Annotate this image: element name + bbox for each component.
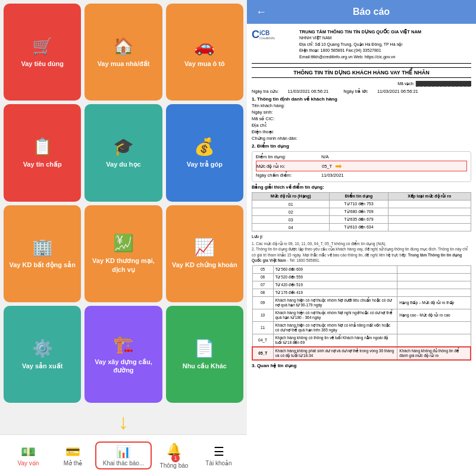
table-row: 09 Khách hàng hiện có nợ thuộc nhóm Nợ d… — [252, 296, 471, 309]
table-row: 01 Từ 710 đến 753 — [252, 201, 471, 208]
nhu-cau-khac-item[interactable]: 📄 Nhu cầu Khác — [166, 306, 243, 403]
org-sub: NHNH VIỆT NAM — [299, 35, 421, 42]
table-row: 07 Từ 420 đến 519 — [252, 281, 471, 289]
vay-mua-oto-label: Vay mua ô tô — [184, 60, 225, 68]
dia-chi-row: Địa chỉ: — [252, 123, 471, 128]
table-row: 08 Từ 176 đến 419 — [252, 289, 471, 296]
vay-san-xuat-label: Vay sản xuất — [22, 362, 62, 370]
vay-kd-thuong-mai-item[interactable]: 💹 Vay KD thương mại, dịch vụ — [84, 205, 162, 302]
nav-mo-the[interactable]: 💳 Mở thẻ — [51, 441, 95, 469]
ngay-sinh-row: Ngày sinh: — [252, 109, 471, 115]
construction-icon: 🏗️ — [113, 334, 134, 354]
xep-loai-02 — [388, 208, 471, 216]
vay-du-hoc-item[interactable]: 🎓 Vay du học — [84, 104, 162, 201]
muc-do-rui-ro-value: 05_T — [322, 164, 332, 169]
table-row: 06 Từ 520 đến 559 — [252, 273, 471, 281]
house-icon: 🏠 — [113, 36, 134, 56]
query-date-value: 11/03/2021 06:56:21 — [287, 89, 328, 94]
return-date-value: 11/03/2021 06:56:21 — [377, 89, 418, 94]
ngay-sinh-value — [323, 109, 471, 115]
org-header: C iCB CreditInfo TRUNG TÂM THÔNG TIN TÍN… — [252, 29, 471, 64]
bottom-nav: 💵 Vay vốn 💳 Mở thẻ 📊 Khai thác báo... 🔔 … — [0, 434, 247, 476]
car-icon: 🚗 — [194, 36, 215, 56]
vay-kd-bat-dong-san-item[interactable]: 🏢 Vay KD bất động sản — [4, 205, 81, 302]
diem-td-value: N/A — [321, 154, 329, 159]
credit-table: Mức độ rủi ro (Hạng) Điểm tín dụng Xếp l… — [252, 192, 471, 231]
vay-mua-oto-item[interactable]: 🚗 Vay mua ô tô — [166, 4, 243, 101]
table-row: 02 Từ 680 đến 709 — [252, 208, 471, 216]
nav-vay-von-label: Vay vốn — [18, 460, 39, 466]
col-hang: Mức độ rủi ro (Hạng) — [252, 193, 330, 201]
cart-icon: 🛒 — [32, 36, 53, 56]
hang-04: 04 — [252, 224, 330, 231]
vay-kd-chung-khoan-label: Vay KD chứng khoán — [172, 261, 237, 269]
query-date-label: Ngày tra cứu: — [252, 89, 278, 94]
chung-minh-row: Chứng minh nhân dân: — [252, 136, 471, 141]
hang-01: 01 — [252, 201, 330, 208]
diem-td-label: Điểm tín dụng: — [256, 154, 321, 159]
nav-thong-bao[interactable]: 🔔 1 Thông báo — [152, 439, 196, 472]
return-date-label: Ngày trả lời: — [343, 89, 368, 94]
dien-thoai-row: Điện thoại: — [252, 129, 471, 134]
nav-tai-khoan-label: Tài khoản — [205, 460, 231, 466]
diem-02: Từ 680 đến 709 — [330, 208, 388, 216]
ngay-cham-diem-value: 11/03/2021 — [321, 173, 344, 178]
vay-kd-chung-khoan-item[interactable]: 📈 Vay KD chứng khoán — [166, 205, 243, 302]
vay-xay-dung-item[interactable]: 🏗️ Vay xây dựng cầu, đường — [84, 306, 162, 403]
vay-tieu-dung-item[interactable]: 🛒 Vay tiêu dùng — [4, 4, 81, 101]
muc-do-rui-ro-row: Mức độ rủi ro: 05_T ➡ — [256, 161, 467, 171]
section3-title: 3. Quan hệ tín dụng — [252, 363, 471, 368]
dien-thoai-label: Điện thoại: — [252, 129, 323, 134]
vay-tin-chap-item[interactable]: 📋 Vay tín chấp — [4, 104, 81, 201]
right-panel: ← Báo cáo C iCB CreditInfo TRUNG TÂM THÔ… — [247, 0, 476, 476]
credit-table-extended: 05 Từ 560 đến 609 06 Từ 520 đến 559 07 T… — [252, 265, 471, 361]
vay-du-hoc-label: Vay du học — [106, 160, 140, 168]
xep-loai-04 — [388, 224, 471, 231]
luu-y-title: Lưu ý: — [252, 234, 471, 239]
vay-von-icon: 💵 — [21, 444, 36, 459]
nav-khai-thac-label: Khai thác báo... — [103, 460, 145, 466]
diem-04: Từ 610 đến 634 — [330, 224, 388, 231]
left-panel: 🛒 Vay tiêu dùng 🏠 Vay mua nhà/đất 🚗 Vay … — [0, 0, 247, 476]
luu-y-bold: Lưu ý: — [252, 234, 264, 239]
document-icon: 📄 — [194, 339, 215, 358]
thong-bao-badge: 1 — [171, 454, 180, 462]
muc-do-rui-ro-label: Mức độ rủi ro: — [256, 164, 322, 169]
report-main-title: THÔNG TIN TÍN DỤNG KHÁCH HÀNG VAY THỂ NH… — [252, 67, 471, 78]
table-row: 03 Từ 635 đến 679 — [252, 216, 471, 224]
table-row: 04 Từ 610 đến 634 — [252, 224, 471, 231]
vay-mua-nha-item[interactable]: 🏠 Vay mua nhà/đất — [84, 4, 162, 101]
vay-kd-bat-dong-san-label: Vay KD bất động sản — [9, 261, 75, 269]
vay-mua-nha-label: Vay mua nhà/đất — [98, 60, 150, 68]
loan-grid: 🛒 Vay tiêu dùng 🏠 Vay mua nhà/đất 🚗 Vay … — [0, 0, 247, 406]
barcode-label: Mã vạch: — [397, 82, 415, 86]
diem-td-row: Điểm tín dụng: N/A — [256, 154, 467, 159]
nav-tai-khoan[interactable]: ☰ Tài khoản — [196, 441, 241, 469]
chart-icon: 💹 — [113, 233, 134, 253]
vay-tieu-dung-label: Vay tiêu dùng — [21, 60, 64, 68]
ngay-sinh-label: Ngày sinh: — [252, 109, 323, 115]
hang-03: 03 — [252, 216, 330, 224]
vay-xay-dung-label: Vay xây dựng cầu, đường — [88, 358, 158, 375]
back-button[interactable]: ← — [256, 6, 267, 18]
col-diem: Điểm tín dụng — [330, 193, 388, 201]
mo-the-icon: 💳 — [65, 444, 80, 459]
nhu-cau-khac-label: Nhu cầu Khác — [183, 362, 227, 370]
vay-tra-gop-item[interactable]: 💰 Vay trả góp — [166, 104, 243, 201]
report-content[interactable]: C iCB CreditInfo TRUNG TÂM THÔNG TIN TÍN… — [247, 24, 476, 476]
chung-minh-label: Chứng minh nhân dân: — [252, 136, 323, 141]
vay-san-xuat-item[interactable]: ⚙️ Vay sản xuất — [4, 306, 81, 403]
org-name: TRUNG TÂM THÔNG TIN TÍN DỤNG QUỐC GIA VI… — [299, 29, 421, 35]
col-xep-loai: Xếp loại mức độ rủi ro — [388, 193, 471, 201]
org-info: TRUNG TÂM THÔNG TIN TÍN DỤNG QUỐC GIA VI… — [299, 29, 421, 60]
right-header: ← Báo cáo — [247, 0, 476, 24]
nav-vay-von[interactable]: 💵 Vay vốn — [6, 441, 51, 469]
barcode-value: ██████████████ — [416, 81, 471, 86]
org-address: Địa chỉ: Số 10 Quang Trung, Quận Hà Đông… — [299, 42, 421, 48]
arrow-container: ↓ — [0, 406, 247, 434]
credit-score-box: Điểm tín dụng: N/A Mức độ rủi ro: 05_T ➡… — [252, 151, 471, 182]
ma-so-cic-row: Mã số CIC: — [252, 116, 471, 121]
xep-loai-03 — [388, 216, 471, 224]
dia-chi-label: Địa chỉ: — [252, 123, 323, 128]
nav-khai-thac-bao[interactable]: 📊 Khai thác báo... — [95, 441, 152, 469]
